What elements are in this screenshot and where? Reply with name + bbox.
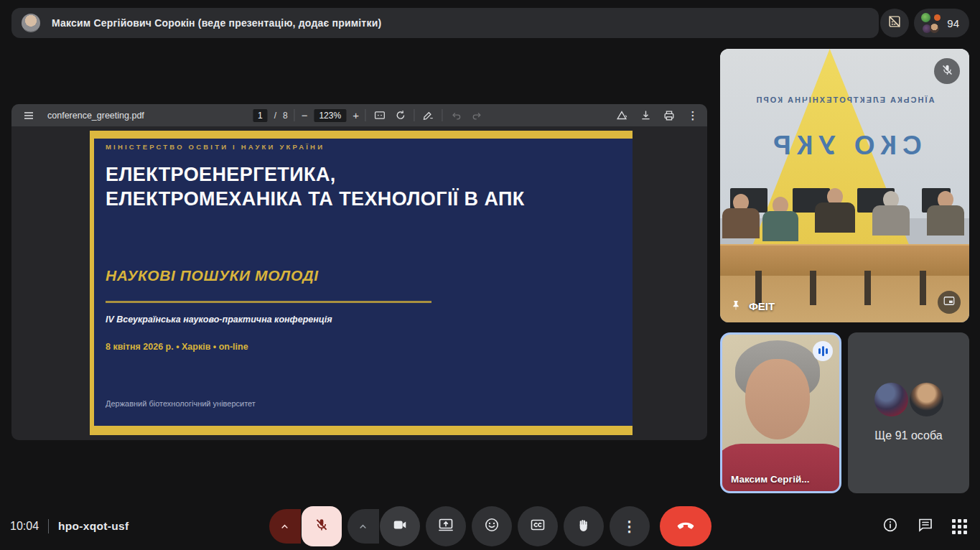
pdf-print-icon[interactable] <box>662 108 676 123</box>
phone-down-icon <box>676 515 696 538</box>
pdf-redo-icon <box>470 108 485 123</box>
closed-captions-icon <box>529 516 546 536</box>
table-leg <box>920 271 926 305</box>
pdf-present-icon[interactable] <box>615 108 629 123</box>
more-participants-tile[interactable]: Ще 91 особа <box>848 332 969 493</box>
slide-gold-band-bottom <box>90 426 633 435</box>
participants-button[interactable]: 94 <box>914 9 969 37</box>
meet-control-bar: 10:04 hpo-xqot-usf <box>0 503 980 550</box>
mic-mute-button[interactable] <box>302 506 342 546</box>
table-leg <box>810 271 816 305</box>
more-options-button[interactable]: ⋮ <box>610 506 650 546</box>
slide-ministry-line: МІНІСТЕРСТВО ОСВІТИ І НАУКИ УКРАЇНИ <box>106 143 325 151</box>
pdf-fit-page-icon[interactable] <box>373 108 387 123</box>
pdf-more-icon[interactable]: ⋮ <box>686 108 700 123</box>
pip-icon <box>943 294 956 310</box>
slide-university-line: Державний біотехнологічний університет <box>106 399 256 408</box>
mic-options-button[interactable] <box>269 509 301 544</box>
pdf-zoom-level[interactable]: 123% <box>314 109 346 122</box>
presenter-avatar <box>22 14 40 32</box>
pdf-page-total: 8 <box>283 111 288 121</box>
layout-disabled-icon <box>887 14 902 32</box>
speaker-face <box>745 359 810 439</box>
pdf-zoom-out-button[interactable]: − <box>302 109 308 121</box>
chat-button[interactable] <box>917 516 934 536</box>
present-button[interactable] <box>426 506 466 546</box>
banner-text-small: АЇНСЬКА ЕЛЕКТРОТЕХНІЧНА КОРП <box>720 95 969 104</box>
video-tile-speaker[interactable]: Максим Сергій... <box>720 332 841 493</box>
slide-subtitle: НАУКОВІ ПОШУКИ МОЛОДІ <box>106 267 319 284</box>
pip-button[interactable] <box>938 291 961 314</box>
raise-hand-button[interactable] <box>564 506 604 546</box>
tile-name-label: ФЕІТ <box>749 300 775 312</box>
meeting-code-label: hpo-xqot-usf <box>58 520 129 533</box>
pdf-page-separator: / <box>274 111 276 121</box>
slide-divider-rule <box>106 301 431 303</box>
banner-text-big: СКО УКР <box>720 131 969 161</box>
presenter-label: Максим Сергійович Сорокін (веде презента… <box>52 17 381 29</box>
participant-avatar <box>874 383 908 416</box>
slide-conference-line: IV Всеукраїнська науково-практична конфе… <box>106 314 332 325</box>
speaker-name-label: Максим Сергій... <box>731 474 809 485</box>
reactions-button[interactable] <box>472 506 512 546</box>
pdf-download-icon[interactable] <box>638 108 653 123</box>
camera-button[interactable] <box>380 506 420 546</box>
mic-off-icon <box>941 63 954 80</box>
present-screen-icon <box>437 516 454 536</box>
meeting-details-button[interactable] <box>882 516 899 536</box>
captions-button[interactable] <box>518 506 558 546</box>
presenter-banner: Максим Сергійович Сорокін (веде презента… <box>11 8 879 38</box>
slide-page: МІНІСТЕРСТВО ОСВІТИ І НАУКИ УКРАЇНИ ЕЛЕК… <box>90 131 633 435</box>
hand-icon <box>575 517 592 536</box>
more-participants-label: Ще 91 особа <box>874 429 942 442</box>
pdf-rotate-icon[interactable] <box>393 108 408 123</box>
pin-icon <box>730 299 742 314</box>
pdf-toolbar: conference_greeting.pdf 1 / 8 − 123% + <box>11 104 707 126</box>
table-leg <box>864 271 871 305</box>
participant-count: 94 <box>947 17 959 29</box>
emoji-smile-icon <box>483 516 500 536</box>
pdf-annotate-icon[interactable] <box>421 108 436 123</box>
pdf-filename: conference_greeting.pdf <box>47 111 144 121</box>
pdf-zoom-in-button[interactable]: + <box>353 109 359 121</box>
slide-title-line1: ЕЛЕКТРОЕНЕРГЕТИКА, <box>106 162 525 187</box>
camera-button-group <box>347 506 420 546</box>
video-tile-feit[interactable]: АЇНСЬКА ЕЛЕКТРОТЕХНІЧНА КОРП СКО УКР <box>720 49 969 322</box>
shared-screen-pdf: conference_greeting.pdf 1 / 8 − 123% + <box>11 104 707 440</box>
camera-icon <box>392 517 408 536</box>
pdf-undo-icon <box>449 108 464 123</box>
activities-grid-button[interactable] <box>952 519 967 534</box>
participant-avatars <box>920 13 941 33</box>
kebab-menu-icon: ⋮ <box>622 518 637 535</box>
camera-options-button[interactable] <box>347 509 379 544</box>
participant-avatar <box>910 383 943 416</box>
clock-label: 10:04 <box>10 520 39 533</box>
speaker-shirt <box>720 444 841 493</box>
slide-date-line: 8 квітня 2026 р. • Харків • on-line <box>106 342 248 352</box>
slide-title-line2: ЕЛЕКТРОМЕХАНІКА ТА ТЕХНОЛОГІЇ В АПК <box>106 187 525 211</box>
mic-button-group <box>269 506 342 546</box>
tile-muted-badge <box>934 58 960 84</box>
change-layout-button[interactable] <box>880 9 909 37</box>
end-call-button[interactable] <box>660 506 711 546</box>
speaking-indicator-icon <box>813 341 833 361</box>
divider <box>48 519 49 533</box>
slide-gold-band-top <box>90 131 633 139</box>
mic-off-icon <box>314 517 330 536</box>
slide-title: ЕЛЕКТРОЕНЕРГЕТИКА, ЕЛЕКТРОМЕХАНІКА ТА ТЕ… <box>106 162 525 211</box>
slide-gold-stripe-left <box>90 139 94 426</box>
pdf-menu-icon[interactable] <box>22 108 36 123</box>
pdf-page-input[interactable]: 1 <box>253 109 268 122</box>
